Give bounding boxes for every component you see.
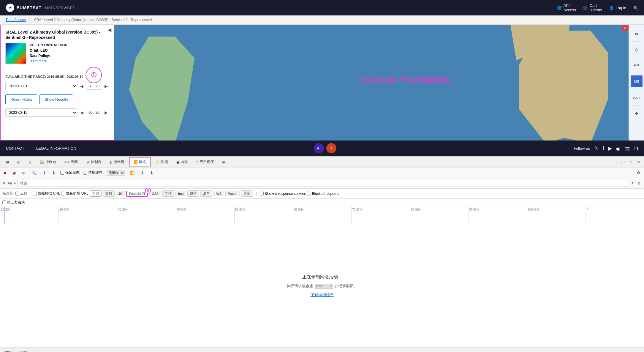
close-panel-overlay[interactable]: ✕ bbox=[622, 25, 629, 31]
disable-cache-checkbox[interactable] bbox=[83, 171, 87, 175]
search-close-btn[interactable]: ✕ bbox=[2, 181, 6, 186]
blocked-requests-checkbox[interactable] bbox=[307, 192, 311, 195]
reverse-checkbox[interactable] bbox=[15, 192, 19, 195]
stop-record-btn[interactable]: ◉ bbox=[11, 169, 17, 176]
api-access-btn[interactable]: 🌐 APIAccess bbox=[557, 3, 576, 12]
clear-btn[interactable]: ⊗ bbox=[21, 169, 27, 176]
search-input[interactable] bbox=[18, 180, 627, 187]
footer-legal[interactable]: LEGAL INFORMATION bbox=[36, 146, 76, 151]
tab-performance[interactable]: ⚡ 性能 bbox=[152, 158, 172, 166]
filter-ws-btn[interactable]: WS bbox=[213, 191, 224, 196]
hide-ext-url-check[interactable]: 隐蔽扩展 URL bbox=[61, 191, 88, 196]
filter-doc-btn[interactable]: 文档 bbox=[103, 190, 115, 197]
filter-all-btn[interactable]: 全部 bbox=[90, 190, 102, 197]
bottom-issues-tab[interactable]: 问题 bbox=[20, 350, 27, 352]
equi-button[interactable]: EQU? bbox=[631, 92, 643, 104]
blocked-cookies-checkbox[interactable] bbox=[260, 192, 264, 195]
devtools-icon-btn-3[interactable]: ⊟ bbox=[25, 158, 35, 166]
filter-fetch-xhr-btn[interactable]: Fetch/XHR bbox=[126, 191, 148, 197]
filter-other-btn[interactable]: 其他 bbox=[241, 190, 253, 197]
show-results-button[interactable]: Show Results bbox=[39, 94, 73, 104]
third-party-check[interactable]: 第三方请求 bbox=[2, 200, 25, 205]
learn-more-link[interactable]: learn more bbox=[30, 59, 47, 63]
third-party-checkbox[interactable] bbox=[2, 201, 6, 204]
annotation-circle-1: ① bbox=[86, 67, 102, 83]
timeline-tick-100: 100 毫秒 bbox=[527, 206, 586, 224]
hide-ext-url-checkbox[interactable] bbox=[61, 192, 65, 195]
learn-more-devtools-link[interactable]: 了解详细信息 bbox=[311, 292, 334, 298]
filter-font-btn[interactable]: 字体 bbox=[162, 190, 174, 197]
instagram-icon[interactable]: 📷 bbox=[624, 146, 630, 151]
time-end-prev-btn[interactable]: ◀ bbox=[79, 110, 85, 116]
filter-search-icon[interactable]: 🔍 bbox=[30, 169, 38, 176]
tab-network[interactable]: 📶 网络 bbox=[129, 157, 150, 167]
devtools-icon-btn-2[interactable]: ⊡ bbox=[14, 158, 24, 166]
reset-filters-button[interactable]: Reset Filters bbox=[5, 94, 37, 104]
time-prev-btn[interactable]: ◀ bbox=[79, 83, 85, 89]
search-clear-btn[interactable]: ⊗ bbox=[636, 181, 642, 186]
reverse-check[interactable]: 反转 bbox=[15, 191, 27, 196]
disable-cache-check[interactable]: 禁用缓存 bbox=[83, 170, 102, 175]
date-start-select[interactable]: 2023-01-01 bbox=[5, 82, 77, 90]
time-next-btn[interactable]: ▶ bbox=[103, 83, 109, 89]
youtube-icon[interactable]: ▶ bbox=[608, 146, 612, 151]
import-btn[interactable]: ⬆ bbox=[41, 169, 47, 176]
bottom-console-tab[interactable]: 控制台 bbox=[4, 350, 14, 352]
bottom-add-btn[interactable]: + bbox=[33, 350, 36, 352]
hide-data-url-check[interactable]: 隐藏数据 URL bbox=[33, 191, 60, 196]
upload-icon-btn[interactable]: ⬆ bbox=[139, 169, 145, 176]
breadcrumb-link[interactable]: Data Access bbox=[6, 18, 26, 22]
tab-application[interactable]: □ 应用程序 bbox=[192, 158, 217, 166]
panel-close-button[interactable]: ◀ bbox=[108, 27, 111, 33]
download-icon-btn[interactable]: ⬇ bbox=[149, 169, 155, 176]
tab-elements[interactable]: </> 元素 bbox=[61, 158, 81, 166]
tab-console[interactable]: 🖥 控制台 bbox=[83, 158, 105, 166]
layers-button[interactable]: ◇ bbox=[631, 43, 643, 55]
measure-tool-button[interactable]: ⇔ bbox=[631, 28, 643, 40]
search-refresh-btn[interactable]: ↺ bbox=[629, 181, 634, 186]
time-end-next-btn[interactable]: ▶ bbox=[103, 110, 109, 116]
hide-data-url-checkbox[interactable] bbox=[33, 192, 37, 195]
tab-memory[interactable]: ◉ 内存 bbox=[173, 158, 191, 166]
zoom-in-button[interactable]: + bbox=[631, 108, 643, 119]
blocked-requests-check[interactable]: Blocked requests bbox=[307, 192, 339, 196]
throttle-select[interactable]: 无限制 bbox=[106, 170, 125, 176]
login-btn[interactable]: 👤 Log in bbox=[609, 6, 626, 10]
flickr-icon[interactable]: ◉ bbox=[616, 146, 620, 151]
expand-icon-btn[interactable]: ⊞ bbox=[637, 351, 640, 352]
preserve-log-checkbox[interactable] bbox=[60, 171, 64, 175]
panel-learn-more[interactable]: learn more bbox=[30, 59, 67, 63]
linkedin-icon[interactable]: in bbox=[634, 146, 638, 151]
filter-css-btn[interactable]: CSS bbox=[149, 191, 161, 196]
active-tool-indicator[interactable]: AOI bbox=[631, 75, 643, 87]
record-btn[interactable]: ● bbox=[2, 169, 8, 177]
footer-contact[interactable]: CONTACT bbox=[6, 146, 24, 151]
search-btn[interactable]: 🔍 bbox=[633, 6, 638, 10]
filter-manifest-btn[interactable]: 清单 bbox=[200, 190, 212, 197]
filter-img-btn[interactable]: Img bbox=[175, 191, 186, 196]
filter-media-btn[interactable]: 媒体 bbox=[187, 190, 199, 197]
minimize-icon-btn[interactable]: ⊡ bbox=[629, 351, 632, 352]
follow-us-label: Follow us bbox=[574, 146, 590, 151]
tab-sources[interactable]: {} 源代码 bbox=[106, 158, 128, 166]
devtools-more-btn[interactable]: ⋯ bbox=[620, 159, 626, 166]
date-end-select[interactable]: 2023-03-10 bbox=[5, 108, 77, 117]
devtools-help-btn[interactable]: ? bbox=[629, 159, 633, 166]
twitter-icon[interactable]: 𝕏 bbox=[595, 146, 599, 151]
aoi-button[interactable]: AOI bbox=[631, 59, 643, 71]
export-btn[interactable]: ⬇ bbox=[51, 169, 57, 176]
blocked-cookies-check[interactable]: Blocked response cookies bbox=[260, 192, 306, 196]
wifi-icon-btn[interactable]: 📶 bbox=[128, 169, 136, 176]
devtools-close-btn[interactable]: ✕ bbox=[636, 159, 642, 166]
filter-toolbar-right: ⚙ bbox=[635, 169, 642, 176]
filter-js-btn[interactable]: JS bbox=[116, 191, 125, 196]
tab-welcome[interactable]: 🏠 控制台 bbox=[36, 158, 60, 166]
cart-btn[interactable]: 🛒 Cart0 items bbox=[583, 3, 602, 12]
filter-wasm-btn[interactable]: Wasm bbox=[225, 191, 240, 196]
devtools-icon-btn-1[interactable]: ⊞ bbox=[2, 158, 12, 166]
preserve-log-check[interactable]: 保留日志 bbox=[60, 170, 80, 175]
facebook-icon[interactable]: f bbox=[603, 146, 604, 151]
tab-add-btn[interactable]: ⊕ bbox=[219, 158, 229, 166]
logo-area[interactable]: EUMETSAT DATA SERVICES bbox=[6, 4, 75, 12]
settings-btn[interactable]: ⚙ bbox=[635, 169, 642, 176]
